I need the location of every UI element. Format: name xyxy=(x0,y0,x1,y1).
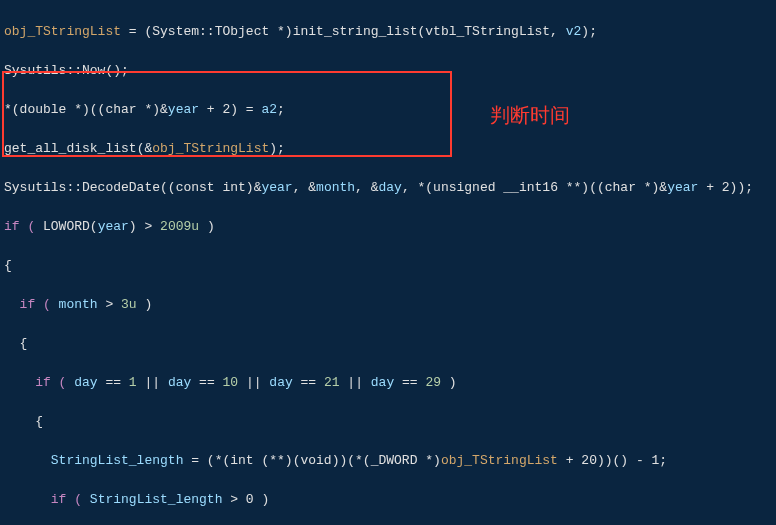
code-line: StringList_length = (*(int (**)(void))(*… xyxy=(4,451,772,471)
code-line: Sysutils::DecodeDate((const int)&year, &… xyxy=(4,178,772,198)
code-line: if ( month > 3u ) xyxy=(4,295,772,315)
code-line: if ( StringList_length > 0 ) xyxy=(4,490,772,510)
identifier: obj_TStringList xyxy=(4,24,121,39)
code-line: if ( day == 1 || day == 10 || day == 21 … xyxy=(4,373,772,393)
code-line: obj_TStringList = (System::TObject *)ini… xyxy=(4,22,772,42)
code-line: get_all_disk_list(&obj_TStringList); xyxy=(4,139,772,159)
code-line: *(double *)((char *)&year + 2) = a2; xyxy=(4,100,772,120)
code-line: { xyxy=(4,412,772,432)
code-line: { xyxy=(4,334,772,354)
code-line: if ( LOWORD(year) > 2009u ) xyxy=(4,217,772,237)
decompiled-code-view: obj_TStringList = (System::TObject *)ini… xyxy=(0,2,776,525)
annotation-label: 判断时间 xyxy=(490,100,570,130)
code-line: { xyxy=(4,256,772,276)
code-line: Sysutils::Now(); xyxy=(4,61,772,81)
